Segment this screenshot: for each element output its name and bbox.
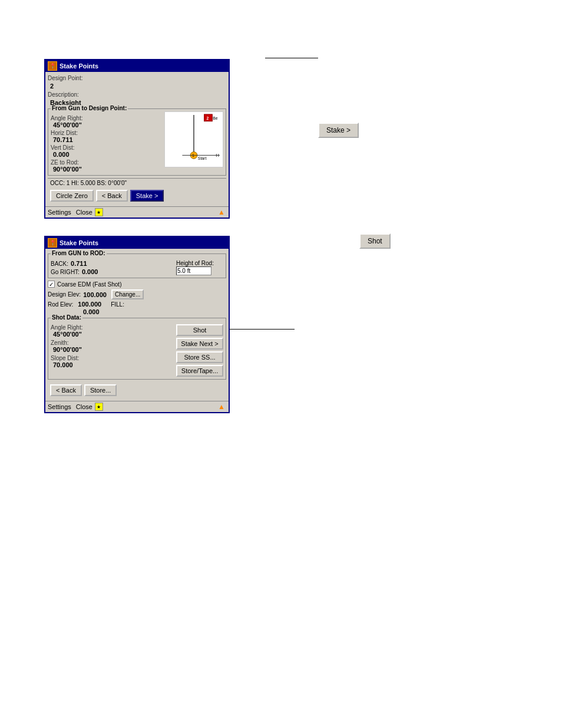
callout-line-top: [265, 58, 318, 58]
gun-to-design-title: From Gun to Design Point:: [51, 105, 128, 111]
shot-data-left-col: Angle Right: 45°00'00" Zenith: 90°00'00"…: [51, 324, 171, 377]
panel2-titlebar: 📍 Stake Points: [45, 237, 229, 249]
svg-text:2: 2: [207, 116, 209, 120]
panel2-icon: 📍: [48, 238, 57, 248]
design-elev-value: 100.000: [83, 291, 107, 298]
coarse-edm-row: ✓ Coarse EDM (Fast Shot): [48, 281, 226, 288]
go-right-value: 0.000: [82, 268, 98, 275]
svg-text:Start: Start: [198, 156, 207, 160]
fill-label: FILL:: [111, 301, 124, 308]
shot-angle-right-label: Angle Right:: [51, 324, 171, 331]
back-label: BACK:: [51, 261, 68, 267]
panel1-stake-button[interactable]: Stake >: [130, 190, 164, 202]
circle-zero-button[interactable]: Circle Zero: [50, 190, 94, 202]
panel1-settings-icon[interactable]: ★: [95, 208, 103, 216]
panel2-settings-left: Settings Close ★: [48, 403, 103, 411]
go-right-label: Go RIGHT:: [51, 269, 80, 275]
panel1-settings-bar: Settings Close ★ ▲: [45, 206, 229, 218]
panel1-status-text: OCC: 1 HI: 5.000 BS: 0°00'0": [50, 180, 127, 186]
design-point-label: Design Point:: [48, 75, 82, 81]
design-elev-row: Design Elev: 100.000 Change...: [48, 289, 226, 299]
rod-elev-label: Rod Elev:: [48, 301, 73, 308]
design-point-value-row: 2: [48, 83, 226, 90]
shot-data-title: Shot Data:: [51, 314, 82, 321]
panel1-back-button[interactable]: < Back: [96, 190, 128, 202]
angle-right-value: 45°00'00": [53, 121, 162, 129]
change-button[interactable]: Change...: [111, 289, 144, 299]
stake-next-button[interactable]: Stake Next >: [176, 338, 223, 350]
gun-to-rod-group: From GUN to ROD: BACK: 0.711 Go RIGHT: 0…: [48, 253, 226, 278]
gun-to-design-group: From Gun to Design Point: Angle Right: 4…: [48, 108, 226, 176]
svg-text:Be: Be: [213, 116, 218, 120]
horiz-dist-label: Horiz Dist:: [51, 130, 162, 136]
panel1-settings-left: Settings Close ★: [48, 208, 103, 216]
stake-points-panel-1: 📍 Stake Points Design Point: 2 Descripti…: [44, 59, 230, 219]
float-shot-button[interactable]: Shot: [359, 233, 391, 249]
panel1-titlebar: 📍 Stake Points: [45, 60, 229, 72]
gun-to-rod-title: From GUN to ROD:: [51, 250, 107, 256]
shot-button[interactable]: Shot: [176, 324, 223, 336]
panel1-button-row: Circle Zero < Back Stake >: [48, 187, 226, 204]
panel2-back-button[interactable]: < Back: [50, 384, 82, 396]
angle-right-label: Angle Right:: [51, 115, 162, 121]
design-elev-label: Design Elev:: [48, 291, 81, 298]
shot-data-right-col: Shot Stake Next > Store SS... Store/Tape…: [176, 324, 223, 377]
back-row: BACK: 0.711: [51, 260, 171, 267]
rod-elev-value: 100.000: [78, 301, 101, 308]
gun-rod-left-col: BACK: 0.711 Go RIGHT: 0.000: [51, 260, 171, 275]
height-of-rod-input[interactable]: [176, 266, 211, 275]
coarse-edm-label: Coarse EDM (Fast Shot): [57, 281, 121, 288]
shot-slope-dist-label: Slope Dist:: [51, 355, 171, 361]
panel2-title: Stake Points: [59, 239, 98, 246]
panel2-settings-label[interactable]: Settings: [48, 403, 71, 410]
vert-dist-label: Vert Dist:: [51, 144, 162, 151]
shot-zenith-label: Zenith:: [51, 340, 171, 346]
panel1-title: Stake Points: [59, 62, 98, 70]
vert-dist-value: 0.000: [53, 151, 162, 158]
panel1-icon: 📍: [48, 61, 57, 71]
panel2-settings-bar: Settings Close ★ ▲: [45, 401, 229, 412]
panel2-settings-icon[interactable]: ★: [95, 403, 103, 411]
coarse-edm-checkbox[interactable]: ✓: [48, 281, 55, 288]
ze-to-rod-label: ZE to Rod:: [51, 159, 162, 166]
back-value: 0.711: [71, 260, 87, 267]
fill-value: 0.000: [83, 308, 100, 315]
design-point-value: 2: [50, 83, 54, 90]
panel1-close-label[interactable]: Close: [76, 209, 92, 216]
gun-rod-right-col: Height of Rod:: [176, 260, 223, 275]
store-tape-button[interactable]: Store/Tape...: [176, 365, 223, 377]
diagram-canvas: 2 Be 1 Start H: [164, 111, 223, 167]
height-of-rod-label: Height of Rod:: [176, 260, 223, 266]
description-label-row: Description:: [48, 91, 226, 98]
stake-points-panel-2: 📍 Stake Points From GUN to ROD: BACK: 0.…: [44, 236, 230, 413]
callout-line-mid: [230, 329, 295, 330]
ze-to-rod-value: 90°00'00": [53, 166, 162, 173]
shot-angle-right-value: 45°00'00": [53, 331, 171, 338]
panel2-button-row: < Back Store...: [48, 382, 226, 398]
rod-fill-row: Rod Elev: 100.000 FILL:: [48, 301, 226, 308]
go-right-row: Go RIGHT: 0.000: [51, 268, 171, 275]
fill-value-row: 0.000: [83, 308, 226, 315]
shot-slope-dist-value: 70.000: [53, 361, 171, 368]
description-label: Description:: [48, 91, 79, 98]
design-point-row: Design Point:: [48, 74, 226, 81]
shot-zenith-value: 90°00'00": [53, 346, 171, 353]
panel1-status-bar: OCC: 1 HI: 5.000 BS: 0°00'0": [48, 178, 226, 187]
shot-data-group: Shot Data: Angle Right: 45°00'00" Zenith…: [48, 318, 226, 380]
panel1-alert-icon: ▲: [218, 208, 226, 216]
diagram-text-col: Angle Right: 45°00'00" Horiz Dist: 70.71…: [51, 111, 162, 173]
panel2-close-label[interactable]: Close: [76, 403, 92, 410]
horiz-dist-value: 70.711: [53, 136, 162, 143]
float-stake-button[interactable]: Stake >: [318, 123, 359, 138]
panel1-settings-label[interactable]: Settings: [48, 209, 71, 216]
panel2-store-button[interactable]: Store...: [84, 384, 117, 396]
panel2-alert-icon: ▲: [218, 403, 226, 411]
store-ss-button[interactable]: Store SS...: [176, 351, 223, 363]
